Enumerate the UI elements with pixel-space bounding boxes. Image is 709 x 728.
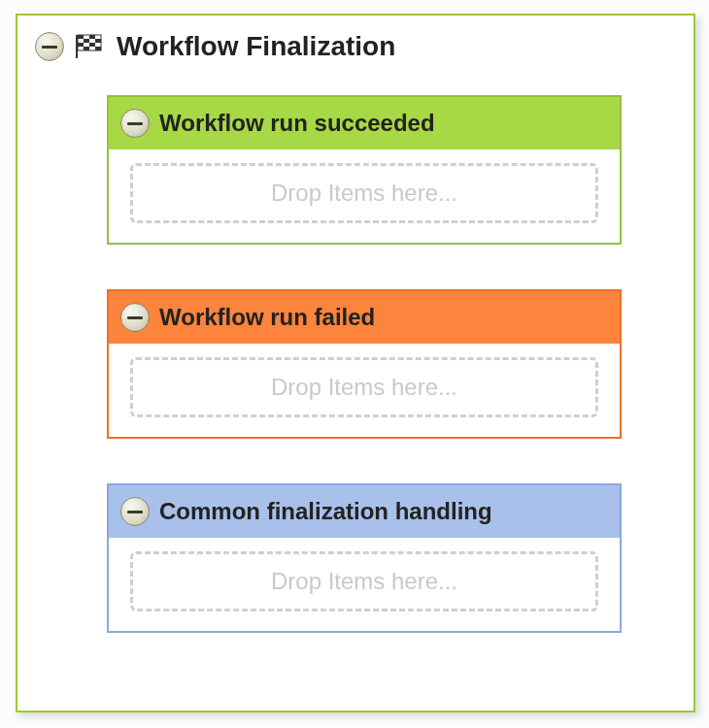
- section-failed-title: Workflow run failed: [159, 304, 375, 331]
- collapse-failed-button[interactable]: [120, 303, 150, 332]
- section-common-title: Common finalization handling: [159, 498, 492, 525]
- section-succeeded-title: Workflow run succeeded: [159, 110, 435, 137]
- checkered-flag-icon: [74, 33, 107, 60]
- section-failed-header[interactable]: Workflow run failed: [109, 291, 620, 344]
- svg-rect-8: [84, 47, 89, 50]
- svg-rect-3: [89, 35, 95, 39]
- section-common-header[interactable]: Common finalization handling: [109, 485, 620, 538]
- section-failed-body: Drop Items here...: [109, 344, 620, 437]
- collapse-panel-button[interactable]: [35, 32, 64, 61]
- panel-title: Workflow Finalization: [117, 31, 395, 62]
- section-succeeded: Workflow run succeeded Drop Items here..…: [107, 95, 622, 245]
- svg-rect-6: [78, 43, 84, 47]
- panel-header: Workflow Finalization: [31, 25, 680, 76]
- sections-stack: Workflow run succeeded Drop Items here..…: [31, 76, 680, 633]
- collapse-common-button[interactable]: [120, 497, 150, 526]
- dropzone-failed[interactable]: Drop Items here...: [130, 357, 598, 417]
- svg-rect-5: [95, 39, 101, 43]
- dropzone-common[interactable]: Drop Items here...: [130, 551, 598, 612]
- dropzone-succeeded[interactable]: Drop Items here...: [130, 163, 598, 223]
- collapse-succeeded-button[interactable]: [120, 109, 150, 138]
- section-common-body: Drop Items here...: [109, 538, 620, 631]
- section-failed: Workflow run failed Drop Items here...: [107, 289, 622, 439]
- section-common: Common finalization handling Drop Items …: [107, 483, 622, 633]
- svg-rect-9: [95, 47, 101, 50]
- svg-rect-2: [78, 35, 84, 39]
- svg-rect-7: [89, 43, 95, 47]
- svg-rect-4: [84, 39, 89, 43]
- section-succeeded-header[interactable]: Workflow run succeeded: [109, 97, 620, 149]
- section-succeeded-body: Drop Items here...: [109, 149, 620, 243]
- workflow-finalization-panel: Workflow Finalization Workflow run succe…: [16, 14, 695, 712]
